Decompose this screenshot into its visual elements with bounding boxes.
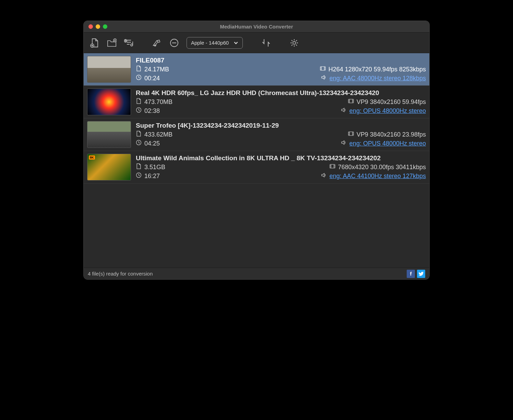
file-size: 433.62MB — [144, 131, 172, 138]
speaker-icon — [321, 172, 327, 180]
statusbar: 4 file(s) ready for conversion f — [84, 268, 429, 279]
clock-icon — [136, 172, 142, 180]
file-icon — [136, 163, 142, 171]
minimize-window-button[interactable] — [96, 24, 100, 29]
file-duration: 00:24 — [144, 75, 160, 82]
file-duration: 16:27 — [144, 173, 160, 180]
file-row[interactable]: FILE0087 24.17MB H264 1280x720 59.94fps … — [84, 53, 429, 86]
thumbnail — [87, 154, 131, 180]
file-title: FILE0087 — [136, 57, 426, 64]
svg-point-5 — [293, 42, 296, 44]
file-info: Super Trofeo [4K]-13234234-2342342019-11… — [136, 121, 426, 148]
close-window-button[interactable] — [88, 24, 93, 29]
film-icon — [330, 163, 335, 171]
chevron-down-icon — [234, 40, 238, 45]
remove-button[interactable] — [169, 38, 179, 48]
titlebar: MediaHuman Video Converter — [84, 21, 429, 33]
film-icon — [348, 131, 354, 138]
window-controls — [88, 24, 107, 29]
convert-button[interactable] — [261, 38, 271, 48]
audio-spec-link[interactable]: eng: AAC 48000Hz stereo 128kbps — [330, 75, 426, 82]
zoom-window-button[interactable] — [103, 24, 107, 29]
clock-icon — [136, 74, 142, 82]
clock-icon — [136, 140, 142, 147]
add-file-button[interactable] — [90, 38, 99, 48]
file-row[interactable]: Ultimate Wild Animals Collection in 8K U… — [84, 151, 429, 184]
film-icon — [320, 66, 326, 73]
clear-button[interactable] — [152, 38, 162, 48]
toolbar: Apple - 1440p60 — [84, 33, 429, 53]
video-spec: H264 1280x720 59.94fps 8253kbps — [329, 66, 426, 73]
speaker-icon — [341, 107, 347, 115]
settings-button[interactable] — [289, 38, 299, 48]
video-spec: VP9 3840x2160 23.98fps — [357, 131, 426, 138]
file-row[interactable]: Super Trofeo [4K]-13234234-2342342019-11… — [84, 118, 429, 151]
thumbnail — [87, 121, 131, 148]
svg-rect-6 — [320, 67, 325, 70]
video-spec: 7680x4320 30.00fps 30411kbps — [338, 164, 426, 171]
audio-spec-link[interactable]: eng: OPUS 48000Hz stereo — [349, 107, 426, 115]
film-icon — [348, 98, 354, 106]
file-size: 473.70MB — [144, 98, 172, 106]
file-info: Real 4K HDR 60fps_ LG Jazz HDR UHD (Chro… — [136, 89, 426, 115]
audio-spec-link[interactable]: eng: AAC 44100Hz stereo 127kbps — [330, 173, 426, 180]
svg-rect-12 — [330, 164, 335, 168]
file-duration: 04:25 — [144, 140, 160, 147]
file-info: Ultimate Wild Animals Collection in 8K U… — [136, 154, 426, 180]
svg-rect-10 — [348, 132, 354, 136]
window-title: MediaHuman Video Converter — [84, 24, 429, 30]
thumbnail — [87, 56, 131, 83]
file-icon — [136, 98, 142, 106]
file-row[interactable]: Real 4K HDR 60fps_ LG Jazz HDR UHD (Chro… — [84, 86, 429, 118]
file-size: 24.17MB — [144, 66, 169, 73]
file-title: Super Trofeo [4K]-13234234-2342342019-11… — [136, 122, 426, 129]
file-list: FILE0087 24.17MB H264 1280x720 59.94fps … — [84, 53, 429, 184]
file-title: Real 4K HDR 60fps_ LG Jazz HDR UHD (Chro… — [136, 89, 426, 97]
audio-spec-link[interactable]: eng: OPUS 48000Hz stereo — [349, 140, 426, 147]
facebook-button[interactable]: f — [407, 270, 415, 278]
file-icon — [136, 66, 142, 73]
speaker-icon — [321, 74, 327, 82]
file-icon — [136, 131, 142, 138]
clock-icon — [136, 107, 142, 115]
video-spec: VP9 3840x2160 59.94fps — [357, 98, 426, 106]
app-window: MediaHuman Video Converter Apple - 1440p… — [83, 21, 430, 280]
add-folder-button[interactable] — [107, 38, 117, 48]
empty-area — [84, 184, 429, 268]
file-duration: 02:38 — [144, 107, 160, 115]
preset-dropdown[interactable]: Apple - 1440p60 — [187, 37, 243, 49]
add-audio-button[interactable] — [124, 38, 134, 48]
file-size: 3.51GB — [144, 164, 165, 171]
file-title: Ultimate Wild Animals Collection in 8K U… — [136, 154, 426, 162]
preset-label: Apple - 1440p60 — [191, 40, 229, 46]
twitter-button[interactable] — [417, 270, 425, 278]
thumbnail — [87, 89, 131, 115]
speaker-icon — [341, 140, 347, 147]
file-info: FILE0087 24.17MB H264 1280x720 59.94fps … — [136, 56, 426, 83]
status-text: 4 file(s) ready for conversion — [88, 271, 153, 277]
svg-rect-8 — [348, 99, 354, 103]
